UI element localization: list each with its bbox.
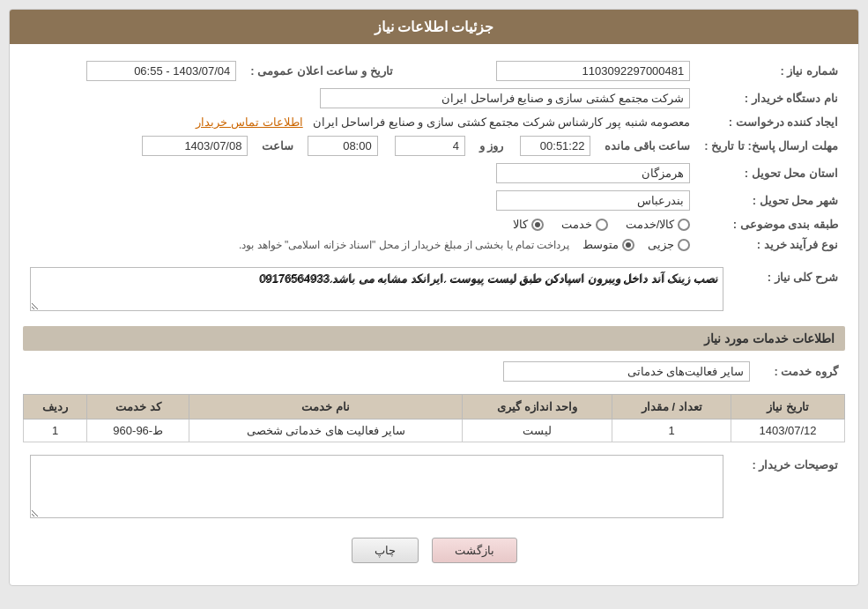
button-row: بازگشت چاپ — [23, 538, 845, 572]
services-header-row: تاریخ نیاز تعداد / مقدار واحد اندازه گیر… — [24, 395, 845, 420]
shomara-niaz-label: شماره نیاز : — [697, 57, 845, 85]
sharh-value-cell: نصب زینک آند داخل ویبرون اسپادکن طبق لیس… — [23, 264, 731, 317]
radio-kala-circle — [531, 219, 544, 231]
shomara-niaz-input: 1103092297000481 — [496, 61, 690, 81]
radio-kala-khadamat-label: کالا/خدمت — [626, 218, 675, 231]
radio-kala-khadamat-circle — [678, 219, 690, 231]
khadamat-header: اطلاعات خدمات مورد نیاز — [23, 326, 845, 351]
tosif-textarea[interactable] — [30, 455, 723, 518]
grohe-label: گروه خدمت : — [757, 358, 845, 385]
grohe-row: گروه خدمت : سایر فعالیت‌های خدماتی — [23, 358, 845, 385]
mohlat-rooz: 4 — [395, 136, 465, 156]
mohlat-saat-label: ساعت — [262, 139, 293, 152]
main-panel: جزئیات اطلاعات نیاز شماره نیاز : 1103092… — [9, 9, 859, 586]
ijad-value: معصومه شنبه پور کارشناس شرکت مجتمع کشتی … — [23, 112, 697, 132]
sharh-textarea[interactable] — [30, 267, 723, 311]
tosif-value-cell — [23, 451, 731, 524]
nam-dastgah-value: شرکت مجتمع کشتی سازی و صنایع فراساحل ایر… — [23, 85, 697, 112]
tabaqe-value: کالا/خدمت خدمت کالا — [23, 214, 697, 234]
col-count: تعداد / مقدار — [612, 395, 731, 420]
radio-kala-label: کالا — [513, 218, 528, 231]
mohlat-rooz-label: روز و — [479, 139, 504, 152]
nooe-label: نوع فرآیند خرید : — [697, 234, 845, 255]
cell-radif: 1 — [24, 420, 87, 442]
mohlat-date: 1403/07/08 — [142, 136, 248, 156]
nam-dastgah-input: شرکت مجتمع کشتی سازی و صنایع فراساحل ایر… — [320, 88, 690, 108]
sharh-row: شرح کلی نیاز : نصب زینک آند داخل ویبرون … — [23, 264, 845, 317]
panel-body: شماره نیاز : 1103092297000481 تاریخ و سا… — [10, 44, 858, 585]
radio-jazyi[interactable]: جزیی — [648, 238, 690, 251]
radio-kala[interactable]: کالا — [513, 218, 544, 231]
nooe-note: پرداخت تمام یا بخشی از مبلغ خریدار از مح… — [239, 239, 569, 251]
cell-date: 1403/07/12 — [731, 420, 845, 442]
col-name: نام خدمت — [189, 395, 463, 420]
radio-jazyi-circle — [678, 239, 690, 251]
table-row: نوع فرآیند خرید : جزیی متوسط پرداخت — [23, 234, 845, 255]
table-row: مهلت ارسال پاسخ: تا تاریخ : 1403/07/08 س… — [23, 132, 845, 160]
radio-motovaset[interactable]: متوسط — [582, 238, 634, 251]
ijad-text: معصومه شنبه پور کارشناس شرکت مجتمع کشتی … — [313, 115, 691, 129]
shahr-input: بندرعباس — [496, 190, 690, 211]
radio-kala-khadamat[interactable]: کالا/خدمت — [626, 218, 691, 231]
mohlat-value: 1403/07/08 ساعت 08:00 4 روز و 00:51:22 — [23, 132, 697, 160]
table-row: طبقه بندی موضوعی : کالا/خدمت خدمت — [23, 214, 845, 234]
print-button[interactable]: چاپ — [352, 538, 419, 563]
tosif-row: توصیحات خریدار : — [23, 451, 845, 524]
radio-khadamat[interactable]: خدمت — [561, 218, 608, 231]
panel-title: جزئیات اطلاعات نیاز — [375, 19, 494, 34]
grohe-input: سایر فعالیت‌های خدماتی — [503, 361, 750, 382]
mohlat-baqi: 00:51:22 — [520, 136, 590, 156]
table-row: 1403/07/12 1 لیست سایر فعالیت های خدماتی… — [24, 420, 845, 442]
tarikh-input: 1403/07/04 - 06:55 — [86, 61, 236, 81]
mohlat-saat: 08:00 — [308, 136, 378, 156]
col-code: کد خدمت — [87, 395, 189, 420]
back-button[interactable]: بازگشت — [432, 538, 517, 563]
tarikh-value: 1403/07/04 - 06:55 — [23, 57, 243, 85]
cell-count: 1 — [612, 420, 731, 442]
services-table: تاریخ نیاز تعداد / مقدار واحد اندازه گیر… — [23, 394, 845, 442]
radio-khadamat-label: خدمت — [561, 218, 592, 231]
tarikh-label: تاریخ و ساعت اعلان عمومی : — [243, 57, 399, 85]
ostan-value: هرمزگان — [23, 160, 697, 187]
radio-jazyi-label: جزیی — [648, 238, 674, 251]
table-row: نام دستگاه خریدار : شرکت مجتمع کشتی سازی… — [23, 85, 845, 112]
cell-unit: لیست — [463, 420, 612, 442]
table-row: استان محل تحویل : هرمزگان — [23, 160, 845, 187]
tosif-label: توصیحات خریدار : — [731, 451, 845, 524]
nam-dastgah-label: نام دستگاه خریدار : — [697, 85, 845, 112]
col-date: تاریخ نیاز — [731, 395, 845, 420]
col-radif: ردیف — [24, 395, 87, 420]
shahr-value: بندرعباس — [23, 187, 697, 214]
shomara-niaz-value: 1103092297000481 — [418, 57, 698, 85]
sharh-label: شرح کلی نیاز : — [731, 264, 845, 317]
table-row: شماره نیاز : 1103092297000481 تاریخ و سا… — [23, 57, 845, 85]
sharh-table: شرح کلی نیاز : نصب زینک آند داخل ویبرون … — [23, 264, 845, 317]
nooe-value: جزیی متوسط پرداخت تمام یا بخشی از مبلغ خ… — [23, 234, 697, 255]
radio-motovaset-circle — [622, 239, 634, 251]
grohe-table: گروه خدمت : سایر فعالیت‌های خدماتی — [23, 358, 845, 385]
ostan-label: استان محل تحویل : — [697, 160, 845, 187]
grohe-value: سایر فعالیت‌های خدماتی — [23, 358, 757, 385]
radio-motovaset-label: متوسط — [582, 238, 619, 251]
ijad-label: ایجاد کننده درخواست : — [697, 112, 845, 132]
tabaqe-label: طبقه بندی موضوعی : — [697, 214, 845, 234]
ostan-input: هرمزگان — [496, 163, 690, 183]
panel-header: جزئیات اطلاعات نیاز — [10, 10, 858, 44]
cell-code: ط-96-960 — [87, 420, 189, 442]
mohlat-label: مهلت ارسال پاسخ: تا تاریخ : — [697, 132, 845, 160]
mohlat-baqi-label: ساعت باقی مانده — [605, 139, 690, 152]
table-row: ایجاد کننده درخواست : معصومه شنبه پور کا… — [23, 112, 845, 132]
table-row: شهر محل تحویل : بندرعباس — [23, 187, 845, 214]
col-unit: واحد اندازه گیری — [463, 395, 612, 420]
radio-khadamat-circle — [596, 219, 608, 231]
cell-name: سایر فعالیت های خدماتی شخصی — [189, 420, 463, 442]
ijad-link[interactable]: اطلاعات تماس خریدار — [196, 115, 302, 129]
tosif-table: توصیحات خریدار : — [23, 451, 845, 524]
info-table: شماره نیاز : 1103092297000481 تاریخ و سا… — [23, 57, 845, 255]
shahr-label: شهر محل تحویل : — [697, 187, 845, 214]
